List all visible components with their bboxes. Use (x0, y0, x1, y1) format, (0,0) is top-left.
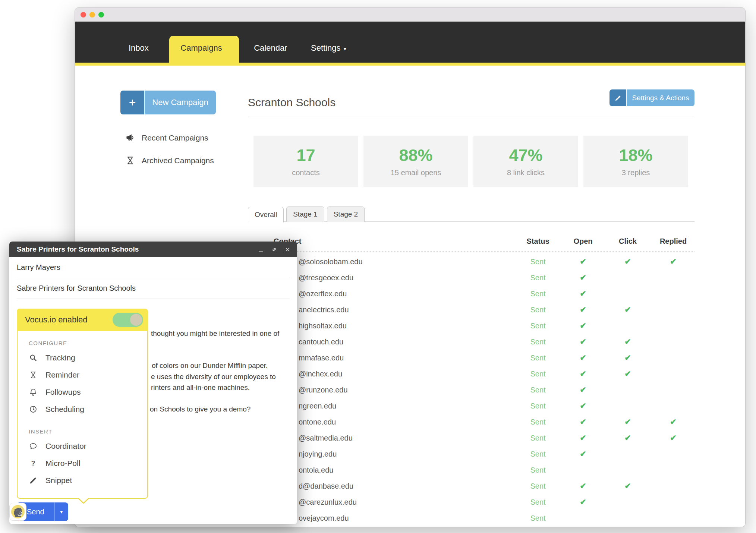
stage-tab[interactable]: Overall (248, 207, 284, 223)
open-check-icon: ✔ (580, 482, 586, 491)
sidebar-item-label: Archived Campaigns (142, 156, 214, 165)
stat-value: 17 (296, 146, 315, 165)
nav-item[interactable]: Inbox▾ (120, 36, 163, 63)
contact-email: anelectrics.edu (299, 305, 349, 314)
replied-check-icon: ✔ (670, 433, 677, 442)
stage-tab-label: Overall (255, 211, 277, 218)
open-check-icon: ✔ (580, 289, 586, 298)
nav-item[interactable]: Campaigns▾ (169, 36, 239, 63)
close-light[interactable] (81, 12, 86, 18)
column-header-replied[interactable]: Replied (660, 237, 687, 246)
pen-icon[interactable] (9, 502, 26, 521)
stat-card: 18% 3 replies (583, 136, 688, 187)
open-check-icon: ✔ (580, 450, 586, 458)
settings-actions-button[interactable]: Settings & Actions (609, 89, 694, 106)
table-header-divider (248, 251, 694, 252)
status-badge: Sent (530, 433, 545, 442)
menu-item[interactable]: Reminder (18, 366, 147, 384)
status-badge: Sent (530, 257, 545, 266)
stat-card: 47% 8 link clicks (473, 136, 578, 187)
stat-card: 88% 15 email opens (363, 136, 468, 187)
open-check-icon: ✔ (580, 433, 586, 442)
insert-group: Coordinator ?Micro-Poll Snippet (18, 438, 147, 489)
question-icon: ? (29, 459, 38, 468)
status-badge: Sent (530, 514, 545, 522)
subject-field[interactable]: Sabre Printers for Scranton Schools (17, 278, 290, 299)
column-header-click[interactable]: Click (619, 237, 637, 246)
menu-item[interactable]: ?Micro-Poll (18, 455, 147, 472)
open-check-icon: ✔ (580, 385, 586, 394)
column-header-status[interactable]: Status (526, 237, 549, 246)
window-titlebar (75, 8, 745, 22)
menu-item[interactable]: Snippet (18, 472, 147, 489)
status-badge: Sent (530, 450, 545, 458)
status-badge: Sent (530, 369, 545, 378)
contact-email: @ozerflex.edu (299, 289, 347, 298)
send-options-caret[interactable]: ▾ (55, 502, 68, 521)
stat-label: 15 email opens (391, 168, 441, 177)
open-check-icon: ✔ (580, 305, 586, 314)
stage-tab[interactable]: Stage 1 (286, 206, 324, 222)
page-title: Scranton Schools (248, 96, 336, 109)
menu-item[interactable]: Tracking (18, 349, 147, 366)
sidebar-item-archived-campaigns[interactable]: Archived Campaigns (125, 155, 214, 165)
menu-item[interactable]: Coordinator (18, 438, 147, 455)
stage-tab[interactable]: Stage 2 (327, 206, 365, 222)
status-badge: Sent (530, 273, 545, 282)
column-header-open[interactable]: Open (573, 237, 592, 246)
compose-window: Sabre Printers for Scranton Schools Larr… (9, 242, 297, 524)
status-badge: Sent (530, 401, 545, 410)
menu-item[interactable]: Scheduling (18, 401, 147, 418)
contact-email: @solosolobam.edu (299, 257, 363, 266)
compose-window-controls (252, 246, 292, 253)
settings-actions-label: Settings & Actions (627, 89, 694, 106)
minimize-icon[interactable] (256, 246, 265, 253)
contact-email: @saltmedia.edu (299, 433, 353, 442)
clock-icon (29, 405, 38, 414)
stat-value: 47% (509, 146, 542, 165)
recipient-field[interactable]: Larry Mayers (17, 257, 290, 278)
close-icon[interactable] (283, 246, 292, 253)
plus-icon: + (120, 91, 145, 114)
contact-email: highsoltax.edu (299, 321, 347, 330)
click-check-icon: ✔ (624, 305, 631, 314)
open-check-icon: ✔ (580, 417, 586, 426)
email-body-text: e uses the diversity of our employees to (151, 373, 276, 381)
expand-icon[interactable] (270, 246, 278, 253)
menu-item[interactable]: Followups (18, 384, 147, 401)
contact-email: ngreen.edu (299, 401, 336, 410)
stat-card: 17 contacts (253, 136, 358, 187)
contact-email: @runzone.edu (299, 385, 348, 394)
nav-item[interactable]: Calendar▾ (245, 36, 302, 63)
stage-tabs: Overall Stage 1 Stage 2 (248, 206, 367, 222)
stat-label: contacts (292, 168, 319, 177)
click-check-icon: ✔ (624, 257, 631, 266)
contact-email: ontola.edu (299, 466, 333, 474)
open-check-icon: ✔ (580, 369, 586, 378)
menu-item-label: Coordinator (45, 442, 86, 451)
compose-title: Sabre Printers for Scranton Schools (17, 245, 252, 253)
new-campaign-button[interactable]: + New Campaign (120, 91, 216, 114)
compose-header[interactable]: Sabre Printers for Scranton Schools (9, 242, 297, 257)
sidebar-item-recent-campaigns[interactable]: Recent Campaigns (125, 133, 208, 143)
status-badge: Sent (530, 353, 545, 362)
contact-email: ontone.edu (299, 417, 336, 426)
replied-check-icon: ✔ (670, 257, 677, 266)
contact-email: cantouch.edu (299, 337, 343, 346)
click-check-icon: ✔ (624, 369, 631, 378)
email-body-text: of colors on our Dunder Mifflin paper. (152, 362, 268, 370)
status-badge: Sent (530, 482, 545, 490)
nav-item[interactable]: Settings▾ (302, 36, 355, 63)
contact-email: @tresgeoex.edu (299, 273, 353, 282)
open-check-icon: ✔ (580, 337, 586, 346)
minimize-light[interactable] (89, 12, 95, 18)
zoom-light[interactable] (98, 12, 104, 18)
contact-email: d@danbase.edu (299, 482, 353, 490)
status-badge: Sent (530, 289, 545, 298)
menu-item-label: Followups (45, 388, 81, 397)
open-check-icon: ✔ (580, 353, 586, 362)
click-check-icon: ✔ (624, 337, 631, 346)
vocus-toggle[interactable] (113, 313, 143, 327)
status-badge: Sent (530, 321, 545, 330)
open-check-icon: ✔ (580, 321, 586, 330)
